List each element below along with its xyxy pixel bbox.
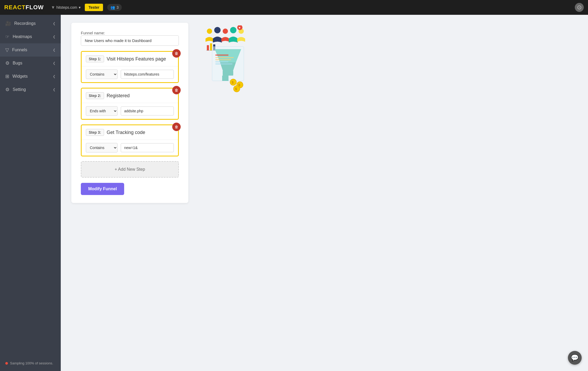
chevron-heatmaps-icon: ❮ [53,35,55,39]
step-1-condition-row: Contains Ends with Starts with Equals [82,66,178,82]
step-block-3: 🗑 Step 3: Contains Ends with Starts with… [81,124,179,156]
funnel-name-label: Funnel name: [81,31,105,35]
messenger-icon: 💬 [571,354,579,361]
logo-flow: FLOW [26,4,44,11]
logo: REACTFLOW [4,4,44,11]
sidebar-item-funnels[interactable]: ▽ Funnels ❮ [0,43,61,57]
sidebar-item-label-bugs: Bugs [13,61,22,66]
step-2-condition-select[interactable]: Contains Ends with Starts with Equals [86,106,118,116]
sidebar-item-heatmaps[interactable]: ☞ Heatmaps ❮ [0,30,61,43]
svg-rect-8 [210,43,212,50]
step-block-2: 🗑 Step 2: Contains Ends with Starts with… [81,88,179,120]
step-2-name-input[interactable] [107,93,174,99]
step-1-condition-select[interactable]: Contains Ends with Starts with Equals [86,69,118,79]
setting-icon: ⚙ [5,87,10,92]
step-block-1: 🗑 Step 1: Contains Ends with Starts with… [81,51,179,83]
sidebar-item-left-recordings: 🎥 Recordings [5,21,36,26]
sidebar-bottom: Sampling 100% of sessions. [0,358,61,369]
step-3-condition-select[interactable]: Contains Ends with Starts with Equals [86,143,118,152]
funnels-icon: ▽ [5,47,9,53]
heatmaps-icon: ☞ [5,34,10,40]
svg-rect-18 [215,59,231,60]
svg-rect-20 [215,63,232,64]
step-3-name-input[interactable] [107,130,174,135]
delete-step-1-button[interactable]: 🗑 [172,49,181,58]
svg-text:♥: ♥ [239,26,240,30]
modify-funnel-button[interactable]: Modify Funnel [81,183,124,195]
sidebar-item-widgets[interactable]: ⊞ Widgets ❮ [0,70,61,83]
funnel-illustration: ♥ [199,25,252,94]
chevron-recordings-icon: ❮ [53,22,55,25]
widgets-icon: ⊞ [5,73,9,79]
users-button[interactable]: 👥 3 [107,4,122,11]
sidebar-item-label-recordings: Recordings [14,21,36,26]
delete-step-2-button[interactable]: 🗑 [172,86,181,94]
user-avatar[interactable]: ⊙ [575,3,584,12]
recordings-icon: 🎥 [5,21,11,26]
svg-text:$: $ [235,87,237,91]
step-3-condition-row: Contains Ends with Starts with Equals [82,140,178,156]
chevron-setting-icon: ❮ [53,88,55,91]
chevron-widgets-icon: ❮ [53,75,55,78]
svg-point-2 [223,29,228,34]
step-3-value-input[interactable] [121,143,174,152]
funnel-card: Funnel name: 🗑 Step 1: Contains Ends wit… [71,23,188,203]
messenger-fab[interactable]: 💬 [568,351,582,365]
site-chevron-icon: ▾ [79,5,81,10]
main-layout: 🎥 Recordings ❮ ☞ Heatmaps ❮ ▽ Funnels ❮ … [0,15,588,371]
step-2-value-input[interactable] [121,106,174,115]
funnel-name-input[interactable] [81,35,179,46]
step-1-name-row: Step 1: [82,52,178,66]
step-1-name-input[interactable] [107,56,174,62]
svg-rect-16 [215,54,228,56]
step-3-label: Step 3: [86,129,104,136]
step-1-value-input[interactable] [121,70,174,79]
sidebar-item-recordings[interactable]: 🎥 Recordings ❮ [0,17,61,30]
illustration-area: ♥ [196,23,254,94]
tester-button[interactable]: Tester [85,4,103,11]
svg-point-0 [207,29,212,34]
chevron-funnels-icon: ❮ [53,48,55,52]
delete-step-3-button[interactable]: 🗑 [172,123,181,131]
sidebar: 🎥 Recordings ❮ ☞ Heatmaps ❮ ▽ Funnels ❮ … [0,15,61,371]
sidebar-item-label-heatmaps: Heatmaps [13,34,32,39]
topbar: REACTFLOW ⛛ hitsteps.com ▾ Tester 👥 3 ⊙ [0,0,588,15]
svg-text:$: $ [232,80,234,84]
chevron-bugs-icon: ❮ [53,61,55,65]
site-selector[interactable]: ⛛ hitsteps.com ▾ [51,5,81,10]
logo-react: REACT [4,4,26,11]
step-2-name-row: Step 2: [82,89,178,103]
sidebar-item-label-widgets: Widgets [12,74,28,79]
svg-point-1 [214,27,221,33]
sidebar-item-setting[interactable]: ⚙ Setting ❮ [0,83,61,96]
step-3-name-row: Step 3: [82,125,178,140]
sidebar-item-label-funnels: Funnels [12,48,27,52]
bugs-icon: ⚙ [5,60,10,66]
sidebar-item-left-heatmaps: ☞ Heatmaps [5,34,32,40]
step-2-condition-row: Contains Ends with Starts with Equals [82,103,178,119]
users-count: 3 [116,5,119,10]
sidebar-item-left-funnels: ▽ Funnels [5,47,27,53]
svg-rect-7 [207,45,209,50]
site-name: hitsteps.com [57,5,77,10]
site-icon: ⛛ [51,5,55,10]
users-icon: 👥 [110,5,115,10]
svg-point-3 [230,27,236,33]
sidebar-item-left-bugs: ⚙ Bugs [5,60,22,66]
add-step-button[interactable]: + Add New Step [81,161,179,178]
sampling-dot [5,362,8,365]
avatar-icon: ⊙ [577,4,582,11]
sidebar-item-label-setting: Setting [13,87,26,92]
sidebar-item-left-widgets: ⊞ Widgets [5,73,28,79]
sidebar-item-left-setting: ⚙ Setting [5,87,26,92]
step-1-label: Step 1: [86,55,104,62]
svg-rect-19 [215,61,228,62]
svg-rect-17 [215,57,234,58]
sidebar-item-bugs[interactable]: ⚙ Bugs ❮ [0,57,61,70]
sampling-text: Sampling 100% of sessions. [10,361,53,365]
content-area: Funnel name: 🗑 Step 1: Contains Ends wit… [61,15,588,371]
step-2-label: Step 2: [86,92,104,99]
